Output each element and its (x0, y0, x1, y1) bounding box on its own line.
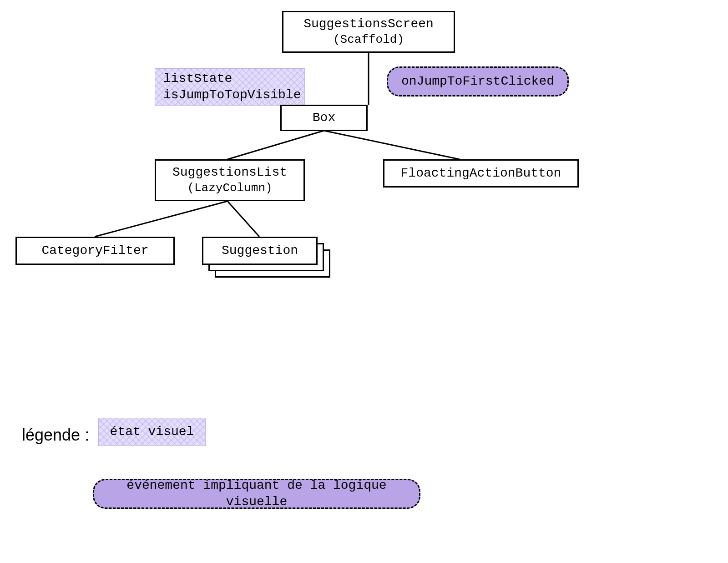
node-title: CategoryFilter (41, 243, 148, 259)
diagram-canvas: SuggestionsScreen (Scaffold) listState i… (0, 0, 728, 563)
state-box-liststate: listState isJumpToTopVisible (155, 68, 305, 106)
legend-state-text: état visuel (110, 424, 194, 440)
node-suggestion: Suggestion (202, 237, 318, 265)
svg-line-3 (95, 201, 228, 237)
node-title: Box (313, 110, 335, 126)
node-suggestions-list: SuggestionsList (LazyColumn) (155, 159, 305, 201)
svg-line-1 (228, 131, 324, 159)
node-box: Box (280, 105, 368, 131)
node-suggestions-screen: SuggestionsScreen (Scaffold) (282, 11, 455, 53)
legend-state-box: état visuel (98, 418, 206, 446)
legend-event-box: événement impliquant de la logique visue… (93, 479, 420, 509)
svg-line-4 (228, 201, 259, 237)
state-line2: isJumpToTopVisible (163, 87, 296, 103)
node-title: SuggestionsList (172, 164, 287, 181)
node-title: Suggestion (222, 243, 298, 259)
event-label: onJumpToFirstClicked (401, 73, 554, 90)
node-title: FloactingActionButton (401, 165, 561, 182)
legend-title-text: légende : (22, 426, 89, 444)
svg-line-2 (324, 131, 460, 159)
legend-title: légende : (22, 426, 89, 445)
node-subtitle: (Scaffold) (333, 32, 404, 48)
event-box-onjump: onJumpToFirstClicked (387, 66, 569, 96)
node-title: SuggestionsScreen (303, 16, 434, 32)
node-fab: FloactingActionButton (383, 159, 579, 188)
node-subtitle: (LazyColumn) (187, 181, 272, 196)
node-category-filter: CategoryFilter (15, 237, 175, 265)
state-line1: listState (163, 71, 296, 87)
legend-event-text: événement impliquant de la logique visue… (105, 477, 408, 511)
